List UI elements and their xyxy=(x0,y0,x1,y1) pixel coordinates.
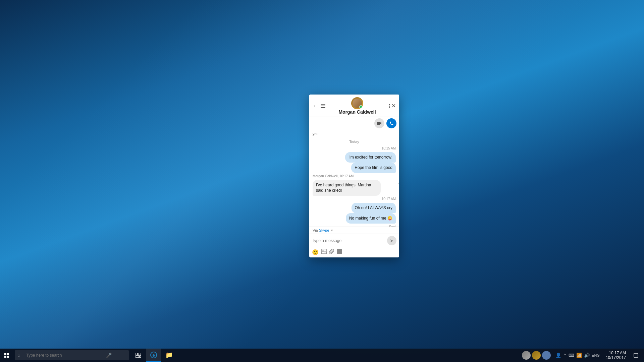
taskbar-app-ie[interactable]: e xyxy=(146,349,161,362)
volume-icon[interactable]: 🔊 xyxy=(584,353,590,358)
up-arrow-icon[interactable]: ⌃ xyxy=(563,353,567,358)
video-call-button[interactable] xyxy=(374,118,384,128)
received-sender: Morgan Caldwell, 10:17 AM xyxy=(313,174,396,178)
taskbar-right: 👤 ⌃ ⌨ 📶 🔊 ENG 10:17 AM 10/17/2017 xyxy=(521,349,644,362)
via-service: Via Skype ▼ xyxy=(309,227,399,234)
svg-rect-8 xyxy=(140,356,141,358)
emoji-button[interactable]: 🙂 xyxy=(312,249,319,255)
chat-header-right: ✕ xyxy=(389,103,396,109)
svg-marker-1 xyxy=(380,122,381,125)
message-time-2: 10:17 AM xyxy=(313,197,396,201)
sent-bubble-1: I'm excited for tomorrow! xyxy=(345,152,396,163)
more-toolbar-button[interactable] xyxy=(337,249,342,255)
ime-icon[interactable]: ENG xyxy=(592,353,600,357)
voice-call-button[interactable] xyxy=(386,118,396,128)
message-options-icon[interactable]: ⚙ xyxy=(398,181,399,185)
message-input-area: ➤ xyxy=(309,234,399,247)
message-input[interactable] xyxy=(312,238,385,243)
clock-date: 10/17/2017 xyxy=(606,355,626,360)
people-icon[interactable]: 👤 xyxy=(555,353,561,358)
chat-header: ← Morgan Caldwell xyxy=(309,95,399,117)
taskbar-clock[interactable]: 10:17 AM 10/17/2017 xyxy=(603,351,629,360)
search-input[interactable] xyxy=(23,350,104,360)
contact-avatar xyxy=(351,97,363,109)
image-button[interactable] xyxy=(321,249,327,255)
taskbar: ○ 🎤 e 📁 xyxy=(0,349,644,362)
back-button[interactable]: ← xyxy=(313,103,318,109)
taskbar-contact-avatars xyxy=(521,351,552,360)
sent-bubble-3: Oh no! I ALWAYS cry xyxy=(352,203,396,213)
chat-contact-info: Morgan Caldwell xyxy=(338,97,376,115)
microphone-icon[interactable]: 🎤 xyxy=(106,353,112,358)
chat-header-left: ← xyxy=(313,103,325,109)
search-icon: ○ xyxy=(17,353,20,358)
chat-toolbar: 🙂 xyxy=(309,247,399,257)
chat-window: ← Morgan Caldwell xyxy=(309,95,399,257)
truncated-message: you: xyxy=(313,132,396,136)
svg-rect-4 xyxy=(337,249,342,254)
message-time-1: 10:15 AM xyxy=(313,146,396,150)
more-options-button[interactable] xyxy=(389,104,390,108)
sent-bubble-4: No making fun of me 😜 xyxy=(346,213,396,224)
messages-area: you: Today 10:15 AM I'm excited for tomo… xyxy=(309,130,399,227)
svg-rect-5 xyxy=(136,353,138,355)
taskbar-avatar-3[interactable] xyxy=(542,351,551,360)
wifi-icon[interactable]: 📶 xyxy=(576,353,582,358)
skype-dropdown[interactable]: ▼ xyxy=(330,229,333,232)
svg-rect-6 xyxy=(138,353,141,355)
svg-rect-7 xyxy=(136,356,139,358)
received-bubble-1: I've heard good things. Martina said she… xyxy=(313,180,381,196)
close-button[interactable]: ✕ xyxy=(391,103,396,109)
start-button[interactable] xyxy=(0,349,13,362)
svg-rect-0 xyxy=(377,122,380,125)
sent-message-group-2: Oh no! I ALWAYS cry No making fun of me … xyxy=(313,203,396,224)
desktop: ← Morgan Caldwell xyxy=(0,0,644,362)
skype-link[interactable]: Skype xyxy=(319,228,329,232)
taskbar-avatar-morgan[interactable] xyxy=(532,351,541,360)
system-tray: 👤 ⌃ ⌨ 📶 🔊 ENG xyxy=(553,353,602,358)
taskbar-app-explorer[interactable]: 📁 xyxy=(162,349,176,362)
sent-bubble-2: Hope the film is good xyxy=(351,163,396,173)
chat-action-buttons xyxy=(309,117,399,130)
keyboard-icon[interactable]: ⌨ xyxy=(569,353,574,358)
svg-rect-9 xyxy=(634,353,638,357)
folder-icon: 📁 xyxy=(165,351,173,359)
pinned-apps: e 📁 xyxy=(146,349,176,362)
send-button[interactable]: ➤ xyxy=(387,236,396,245)
taskbar-avatar-1[interactable] xyxy=(522,351,531,360)
clock-time: 10:17 AM xyxy=(609,351,626,355)
contact-name: Morgan Caldwell xyxy=(338,109,376,115)
date-divider: Today xyxy=(313,140,396,144)
ie-icon: e xyxy=(150,352,157,358)
notification-center-button[interactable] xyxy=(629,349,643,362)
taskbar-search[interactable]: ○ 🎤 xyxy=(15,350,129,360)
taskbar-quick-icons xyxy=(131,349,145,362)
received-message-group-1: I've heard good things. Martina said she… xyxy=(313,180,396,196)
attachment-button[interactable] xyxy=(329,249,334,255)
sent-message-group-1: I'm excited for tomorrow! Hope the film … xyxy=(313,152,396,173)
task-view-button[interactable] xyxy=(131,349,145,362)
hamburger-menu[interactable] xyxy=(321,104,325,108)
